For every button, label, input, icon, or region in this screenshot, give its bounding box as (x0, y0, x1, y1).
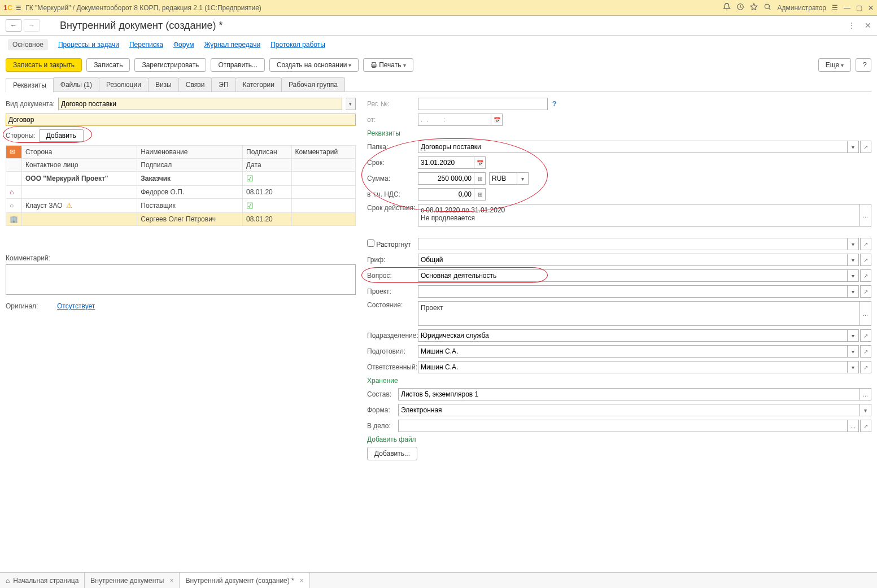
comment-textarea[interactable] (6, 264, 356, 295)
prepared-input[interactable] (418, 345, 848, 358)
terminated-input[interactable] (418, 238, 848, 250)
doc-type-field[interactable] (58, 98, 342, 110)
nav-processes[interactable]: Процессы и задачи (58, 41, 119, 49)
nav-forum[interactable]: Форум (173, 41, 194, 49)
nav-correspondence[interactable]: Переписка (129, 41, 163, 49)
dropdown-icon[interactable]: ▾ (848, 285, 859, 298)
tab-ep[interactable]: ЭП (211, 77, 235, 92)
register-button[interactable]: Зарегистрировать (134, 58, 206, 72)
open-icon[interactable]: ↗ (860, 254, 871, 266)
folder-input[interactable] (418, 141, 848, 153)
nav-protocol[interactable]: Протокол работы (270, 41, 325, 49)
history-icon[interactable] (736, 3, 744, 12)
checkbox-checked-icon[interactable]: ☑ (246, 201, 254, 210)
terminated-checkbox[interactable] (367, 239, 374, 247)
open-icon[interactable]: ↗ (860, 345, 871, 358)
currency-input[interactable] (489, 172, 517, 185)
table-row[interactable]: ○ Клауст ЗАО ⚠ Поставщик ☑ (6, 199, 356, 213)
calculator-icon[interactable]: ⊞ (474, 188, 486, 201)
save-button[interactable]: Записать (86, 58, 130, 72)
table-row-selected[interactable]: 🏢 Сергеев Олег Петрович 08.01.20 (6, 213, 356, 226)
radio-icon[interactable]: ○ (10, 202, 14, 210)
nav-forward[interactable]: → (24, 19, 40, 32)
settings-icon[interactable]: ☰ (832, 4, 838, 12)
add-party-button[interactable]: Добавить (39, 129, 84, 142)
bell-icon[interactable] (723, 3, 731, 12)
tab-files[interactable]: Файлы (1) (53, 77, 99, 92)
dropdown-icon[interactable]: ▾ (848, 269, 859, 282)
tab-visas[interactable]: Визы (148, 77, 179, 92)
more-button[interactable]: Еще (818, 58, 851, 72)
expand-icon[interactable]: … (860, 204, 871, 227)
form-input[interactable] (398, 404, 860, 416)
dropdown-icon[interactable]: ▾ (848, 345, 859, 358)
tab-workgroup[interactable]: Рабочая группа (281, 77, 345, 92)
calendar-icon[interactable]: 📅 (474, 156, 486, 169)
add-file-button[interactable]: Добавить... (367, 447, 417, 460)
tofile-input[interactable] (398, 420, 848, 432)
col-name[interactable]: Наименование (137, 146, 243, 159)
kebab-menu-icon[interactable]: ⋮ (848, 21, 856, 30)
nav-back[interactable]: ← (6, 19, 21, 32)
dept-input[interactable] (418, 329, 848, 342)
contents-input[interactable] (398, 388, 860, 400)
create-by-button[interactable]: Создать на основании (269, 58, 359, 72)
checkbox-checked-icon[interactable]: ☑ (246, 174, 254, 183)
dropdown-icon[interactable]: ▾ (848, 329, 859, 342)
original-link[interactable]: Отсутствует (57, 302, 95, 310)
send-button[interactable]: Отправить... (211, 58, 265, 72)
validity-input[interactable]: с 08.01.2020 по 31.01.2020 Не продлевает… (418, 204, 860, 227)
tab-categories[interactable]: Категории (235, 77, 282, 92)
open-icon[interactable]: ↗ (860, 285, 871, 298)
state-input[interactable]: Проект (418, 301, 860, 326)
project-input[interactable] (418, 285, 848, 298)
doc-name-field[interactable] (6, 114, 356, 126)
tab-requisites[interactable]: Реквизиты (6, 78, 54, 92)
calendar-icon[interactable]: 📅 (491, 114, 503, 126)
print-button[interactable]: Печать (363, 58, 413, 72)
star-icon[interactable] (750, 3, 758, 12)
open-icon[interactable]: ↗ (860, 238, 871, 250)
responsible-input[interactable] (418, 361, 848, 373)
dropdown-icon[interactable]: ▾ (517, 172, 529, 185)
dropdown-icon[interactable]: ▾ (848, 361, 859, 373)
from-date-input[interactable] (418, 114, 491, 126)
open-icon[interactable]: ↗ (860, 269, 871, 282)
dropdown-icon[interactable]: ▾ (848, 254, 859, 266)
dropdown-icon[interactable]: ▾ (848, 238, 859, 250)
help-button[interactable]: ? (856, 58, 871, 72)
expand-icon[interactable]: … (860, 301, 871, 326)
col-side[interactable]: Сторона (22, 146, 137, 159)
minimize-icon[interactable]: — (844, 4, 850, 12)
maximize-icon[interactable]: ▢ (856, 4, 862, 12)
user-label[interactable]: Администратор (777, 4, 826, 12)
expand-icon[interactable]: … (848, 420, 859, 432)
doc-type-dropdown-icon[interactable]: ▾ (346, 98, 356, 110)
close-window-icon[interactable]: ✕ (868, 4, 874, 12)
open-icon[interactable]: ↗ (860, 361, 871, 373)
help-icon[interactable]: ? (552, 100, 556, 108)
open-icon[interactable]: ↗ (860, 141, 871, 153)
nav-main[interactable]: Основное (8, 39, 48, 50)
col-comment[interactable]: Комментарий (291, 146, 355, 159)
search-icon[interactable] (763, 3, 771, 12)
open-icon[interactable]: ↗ (860, 329, 871, 342)
expand-icon[interactable]: … (860, 388, 871, 400)
table-row[interactable]: ООО "Меркурий Проект" Заказчик ☑ (6, 172, 356, 186)
regno-input[interactable] (418, 98, 548, 110)
doc-name-input[interactable] (8, 116, 353, 124)
sum-input[interactable] (418, 172, 474, 185)
grif-input[interactable] (418, 254, 848, 266)
table-row[interactable]: ⌂ Федоров О.П. 08.01.20 (6, 186, 356, 199)
tab-links[interactable]: Связи (178, 77, 212, 92)
menu-icon[interactable]: ≡ (16, 3, 21, 13)
dropdown-icon[interactable]: ▾ (848, 141, 859, 153)
open-icon[interactable]: ↗ (860, 420, 871, 432)
calculator-icon[interactable]: ⊞ (474, 172, 486, 185)
dropdown-icon[interactable]: ▾ (860, 404, 871, 416)
term-input[interactable] (418, 156, 474, 169)
close-page-icon[interactable]: ✕ (865, 21, 871, 30)
col-signed[interactable]: Подписан (243, 146, 292, 159)
save-close-button[interactable]: Записать и закрыть (6, 58, 82, 72)
doc-type-input[interactable] (61, 100, 339, 108)
